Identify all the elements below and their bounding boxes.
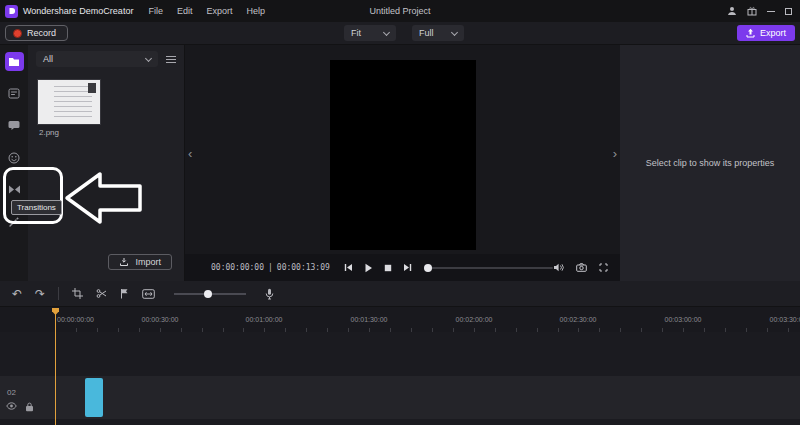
ruler-label: 00:01:30:00 <box>351 316 388 323</box>
time-separator: | <box>268 263 273 272</box>
import-button[interactable]: Import <box>108 254 172 270</box>
ruler-label: 00:00:00:00 <box>57 316 94 323</box>
video-canvas[interactable] <box>330 60 476 250</box>
menu-help[interactable]: Help <box>239 6 272 16</box>
track-label: 02 <box>7 388 16 397</box>
player-right-controls <box>553 263 608 272</box>
chevron-down-icon <box>383 28 390 35</box>
fullscreen-icon[interactable] <box>599 263 608 272</box>
collapse-left-icon[interactable]: ‹ <box>188 147 192 160</box>
preview-area: ‹ › 00:00:00:00 | 00:00:13:09 <box>185 45 620 281</box>
sidebar <box>0 45 28 281</box>
properties-empty-text: Select clip to show its properties <box>646 158 775 168</box>
total-time: 00:00:13:09 <box>277 263 330 272</box>
media-filter-value: All <box>43 54 53 64</box>
import-icon <box>119 257 129 267</box>
fit-dropdown[interactable]: Fit <box>344 25 396 41</box>
view-controls: Fit Full <box>344 25 464 41</box>
fit-timeline-icon[interactable] <box>142 289 155 299</box>
sidebar-item-text[interactable] <box>5 84 24 103</box>
account-icon[interactable] <box>727 6 737 16</box>
media-panel: All 2.png Import <box>28 45 185 281</box>
timeline-tracks: 02 <box>0 332 800 425</box>
resolution-dropdown[interactable]: Full <box>412 25 464 41</box>
app-name: Wondershare DemoCreator <box>23 6 133 16</box>
transport-controls <box>344 263 412 273</box>
export-button[interactable]: Export <box>737 25 795 41</box>
record-dot-icon <box>13 29 22 38</box>
sidebar-item-media[interactable] <box>5 52 24 71</box>
sidebar-item-captions[interactable] <box>5 116 24 135</box>
undo-icon[interactable]: ↶ <box>12 288 22 300</box>
menu-export[interactable]: Export <box>199 6 239 16</box>
media-item-label: 2.png <box>39 128 59 137</box>
app-window: Wondershare DemoCreator File Edit Export… <box>0 0 800 425</box>
resolution-value: Full <box>419 28 434 38</box>
ruler-label: 00:03:30:00 <box>770 316 800 323</box>
properties-panel: Select clip to show its properties <box>620 45 800 281</box>
menu-file[interactable]: File <box>141 6 170 16</box>
next-frame-icon[interactable] <box>403 263 412 272</box>
marker-icon[interactable] <box>120 288 129 299</box>
record-button[interactable]: Record <box>5 25 68 41</box>
media-panel-header: All <box>28 45 184 67</box>
track-visibility-icon[interactable] <box>6 402 17 412</box>
collapse-right-icon[interactable]: › <box>613 147 617 160</box>
track-lock-icon[interactable] <box>25 402 34 412</box>
list-view-icon[interactable] <box>166 56 176 63</box>
export-icon <box>746 28 755 38</box>
previous-frame-icon[interactable] <box>344 263 353 272</box>
current-time: 00:00:00:00 <box>211 263 264 272</box>
snapshot-icon[interactable] <box>576 263 587 272</box>
seek-slider[interactable] <box>424 267 553 269</box>
track-row[interactable]: 02 <box>0 376 800 419</box>
media-item-thumbnail[interactable] <box>38 80 100 124</box>
ruler-label: 00:02:00:00 <box>456 316 493 323</box>
ruler-label: 00:02:30:00 <box>560 316 597 323</box>
toolbar-divider <box>58 287 59 300</box>
export-label: Export <box>760 28 786 38</box>
chevron-down-icon <box>451 28 458 35</box>
sidebar-item-transitions[interactable] <box>5 180 24 199</box>
redo-icon[interactable]: ↷ <box>35 288 45 300</box>
record-label: Record <box>27 28 56 38</box>
fit-value: Fit <box>351 28 361 38</box>
timeline-clip[interactable] <box>85 378 103 417</box>
transitions-tooltip: Transitions <box>11 200 62 215</box>
sidebar-item-stickers[interactable] <box>5 148 24 167</box>
maximize-icon[interactable] <box>785 8 792 15</box>
zoom-handle[interactable] <box>204 290 212 298</box>
track-controls <box>6 402 34 412</box>
menu-edit[interactable]: Edit <box>170 6 200 16</box>
volume-icon[interactable] <box>553 263 564 272</box>
titlebar-controls <box>727 6 795 16</box>
seek-handle[interactable] <box>424 264 432 272</box>
timeline-zoom-slider[interactable] <box>174 293 246 295</box>
thumbnail-detail <box>88 83 96 93</box>
ruler-label: 00:01:00:00 <box>246 316 283 323</box>
play-icon[interactable] <box>364 263 373 273</box>
timeline-ruler[interactable]: 00:00:00:00 00:00:30:00 00:01:00:00 00:0… <box>0 307 800 332</box>
stop-icon[interactable] <box>384 264 392 272</box>
timeline-toolbar: ↶ ↷ <box>0 281 800 307</box>
media-filter-dropdown[interactable]: All <box>36 51 158 67</box>
thumbnail-content <box>54 86 92 118</box>
playhead[interactable] <box>55 308 56 425</box>
player-bar: 00:00:00:00 | 00:00:13:09 <box>185 254 620 281</box>
minimize-icon[interactable] <box>767 11 775 12</box>
time-display: 00:00:00:00 | 00:00:13:09 <box>211 263 330 272</box>
titlebar: Wondershare DemoCreator File Edit Export… <box>0 0 800 22</box>
crop-icon[interactable] <box>72 288 83 299</box>
app-logo-icon <box>5 5 18 18</box>
ruler-label: 00:03:00:00 <box>665 316 702 323</box>
chevron-down-icon <box>145 54 152 61</box>
import-label: Import <box>135 257 161 267</box>
voiceover-icon[interactable] <box>265 288 274 300</box>
promotion-icon[interactable] <box>747 6 757 16</box>
ruler-label: 00:00:30:00 <box>142 316 179 323</box>
split-icon[interactable] <box>96 288 107 299</box>
top-toolbar: Record Fit Full Export <box>0 22 800 45</box>
